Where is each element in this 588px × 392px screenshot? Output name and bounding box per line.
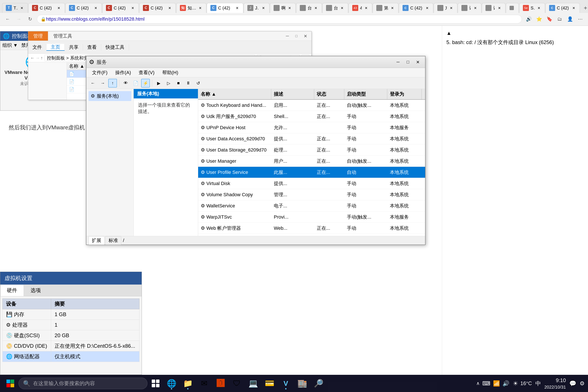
close-button[interactable]: ✕ xyxy=(413,58,422,66)
taskbar-clock[interactable]: 9:10 2022/10/31 xyxy=(544,377,566,390)
explorer-minimize[interactable]: ─ xyxy=(284,32,291,40)
tab-se[interactable]: Se Se ✕ xyxy=(519,3,545,13)
toolbar-restart[interactable]: ↺ xyxy=(194,79,202,88)
profile-icon[interactable]: 👤 xyxy=(566,15,574,24)
taskbar-search-bar[interactable]: 🔍 在这里输入你要搜索的内容 xyxy=(18,378,148,389)
service-row-12[interactable]: ⚙ WebClient 使基... 手动(触发... 本地服务 xyxy=(198,234,425,236)
start-button[interactable] xyxy=(4,376,17,390)
tab-2[interactable]: C C (42) ✕ xyxy=(28,3,65,13)
vm-device-disk[interactable]: 💿 硬盘(SCSI) 20 GB xyxy=(2,330,140,341)
tab-17[interactable]: 计 ✕ xyxy=(482,3,506,13)
tab-9[interactable]: 啊 ✕ xyxy=(270,3,296,13)
toolbar-active[interactable]: ⚡ xyxy=(141,79,150,88)
services-list[interactable]: ⚙ Touch Keyboard and Hand... 启用... 正在...… xyxy=(198,100,425,236)
toolbar-forward[interactable]: → xyxy=(98,79,107,88)
vm-device-cpu[interactable]: ⚙ 处理器 1 xyxy=(2,320,140,330)
tab-standard[interactable]: 标准 xyxy=(105,236,121,245)
tab-4[interactable]: C C (42) ✕ xyxy=(102,3,139,13)
tab-3-close[interactable]: ✕ xyxy=(93,5,98,10)
tab-1-close[interactable]: ✕ xyxy=(19,5,24,10)
vm-device-cdrom[interactable]: 📀 CD/DVD (IDE) 正在使用文件 D:\CentOS-6.5-x86.… xyxy=(2,341,140,352)
favorites-icon[interactable]: ⭐ xyxy=(535,15,543,24)
col-name-header[interactable]: 名称 ▲ xyxy=(198,89,271,99)
taskbar-file-explorer[interactable]: 📁 xyxy=(180,376,196,390)
tab-6[interactable]: 知 知 Se... ✕ xyxy=(176,3,206,13)
tab-x[interactable]: ✕ xyxy=(506,3,519,13)
tab-8[interactable]: J Jav ✕ xyxy=(244,3,270,13)
nav-local-services[interactable]: ⚙ 服务(本地) xyxy=(88,91,131,101)
back-button[interactable]: ← xyxy=(4,15,12,24)
vm-device-network[interactable]: 🌐 网络适配器 仅主机模式 xyxy=(2,352,140,362)
tab-11-close[interactable]: ✕ xyxy=(339,5,344,10)
more-icon[interactable]: ⋯ xyxy=(576,15,584,24)
taskbar-remote[interactable]: 💻 xyxy=(246,376,261,390)
keyboard-icon[interactable]: ⌨ xyxy=(482,380,490,387)
tab-se-close[interactable]: ✕ xyxy=(536,5,541,10)
explorer-close[interactable]: ✕ xyxy=(302,32,309,40)
tab-11[interactable]: 台 ✕ xyxy=(322,3,348,13)
tab-8-close[interactable]: ✕ xyxy=(261,5,266,10)
service-row-7[interactable]: ⚙ Virtual Disk 提供... 手动 本地系统 xyxy=(198,178,425,189)
tab-16-close[interactable]: ✕ xyxy=(472,5,478,10)
notifications-icon[interactable]: 💬 xyxy=(569,380,576,387)
toolbar-up[interactable]: ↑ xyxy=(108,79,117,88)
maximize-button[interactable]: □ xyxy=(403,58,413,66)
service-row-5[interactable]: ⚙ User Manager 用户... 正在... 自动(触发... 本地系统 xyxy=(198,156,425,167)
read-aloud-icon[interactable]: 🔊 xyxy=(524,15,533,24)
taskbar-edge[interactable]: 🌐 xyxy=(164,376,179,390)
ribbon-view-tab[interactable]: 查看 xyxy=(83,44,101,50)
tab-12-close[interactable]: ✕ xyxy=(364,5,368,10)
task-view-button[interactable] xyxy=(149,376,162,390)
tab-13[interactable]: 第二 ✕ xyxy=(373,3,398,13)
toolbar-back[interactable]: ← xyxy=(88,79,97,88)
toolbar-play[interactable]: ▶ xyxy=(154,79,163,88)
tab-2-close[interactable]: ✕ xyxy=(56,5,61,10)
tab-13-close[interactable]: ✕ xyxy=(390,5,395,10)
col-startup-header[interactable]: 启动类型 xyxy=(344,89,387,99)
network-icon[interactable]: 📶 xyxy=(493,380,500,387)
tab-10[interactable]: 台 ✕ xyxy=(296,3,322,13)
toolbar-play2[interactable]: ▷ xyxy=(164,79,173,88)
service-row-10[interactable]: ⚙ WarpJITSvc Provi... 手动(触发... 本地服务 xyxy=(198,212,425,223)
vm-tab-options[interactable]: 选项 xyxy=(24,284,48,296)
weather-area[interactable]: ☀ 16°C xyxy=(513,380,532,387)
vm-device-memory[interactable]: 💾 内存 1 GB xyxy=(2,309,140,320)
taskbar-wallet[interactable]: 💳 xyxy=(262,376,277,390)
menu-help[interactable]: 帮助(H) xyxy=(159,68,182,77)
taskbar-vmware[interactable]: V xyxy=(278,376,294,390)
service-row-11[interactable]: ⚙ Web 帐户管理器 Web... 正在... 手动 本地系统 xyxy=(198,223,425,234)
col-logon-header[interactable]: 登录为 xyxy=(387,89,422,99)
ribbon-file-tab[interactable]: 文件 xyxy=(28,44,46,50)
service-row-9[interactable]: ⚙ WalletService 电子... 手动 本地系统 xyxy=(198,200,425,212)
service-row-6[interactable]: ⚙ User Profile Service 此服... 正在... 自动 本地… xyxy=(198,167,425,178)
col-desc-header[interactable]: 描述 xyxy=(271,89,314,99)
col-status-header[interactable]: 状态 xyxy=(314,89,344,99)
tab-10-close[interactable]: ✕ xyxy=(313,5,318,10)
forward-button[interactable]: → xyxy=(14,15,23,24)
tab-14-close[interactable]: ✕ xyxy=(424,5,430,10)
taskbar-mail[interactable]: ✉ xyxy=(196,376,212,390)
taskbar-office[interactable]: 🅾 xyxy=(213,376,228,390)
new-tab-btn[interactable]: + xyxy=(580,3,588,13)
toolbar-pause[interactable]: ⏸ xyxy=(184,79,192,88)
tab-14[interactable]: C C (42) ✕ xyxy=(399,3,433,13)
language-label[interactable]: 中 xyxy=(535,380,541,387)
taskbar-store[interactable]: 🏬 xyxy=(294,376,310,390)
menu-view[interactable]: 查看(V) xyxy=(135,68,158,77)
menu-file[interactable]: 文件(F) xyxy=(88,68,111,77)
url-input[interactable]: 🔒 https://www.cnblogs.com/elfin/p/150185… xyxy=(37,15,522,24)
sidebar-scroll-up[interactable]: ▲ xyxy=(446,30,452,36)
explorer-up[interactable]: ↑ xyxy=(40,56,43,60)
service-row-3[interactable]: ⚙ User Data Access_6209d70 提供... 正在... 手… xyxy=(198,133,425,144)
tab-16[interactable]: 计 ✕ xyxy=(458,3,482,13)
reload-button[interactable]: ↻ xyxy=(26,15,34,24)
tab-9-close[interactable]: ✕ xyxy=(287,5,292,10)
ribbon-shortcut-tab[interactable]: 快捷工具 xyxy=(101,44,129,50)
tab-15-close[interactable]: ✕ xyxy=(448,5,454,10)
tab-expand[interactable]: 扩展 xyxy=(88,236,104,245)
collections-icon[interactable]: 🗂 xyxy=(555,15,564,24)
toolbar-show-hide[interactable]: 👁 xyxy=(122,79,130,88)
explorer-maximize[interactable]: □ xyxy=(292,32,300,40)
expand-tray-icon[interactable]: ∧ xyxy=(476,380,480,386)
bookmark-icon[interactable]: 🔖 xyxy=(545,15,554,24)
